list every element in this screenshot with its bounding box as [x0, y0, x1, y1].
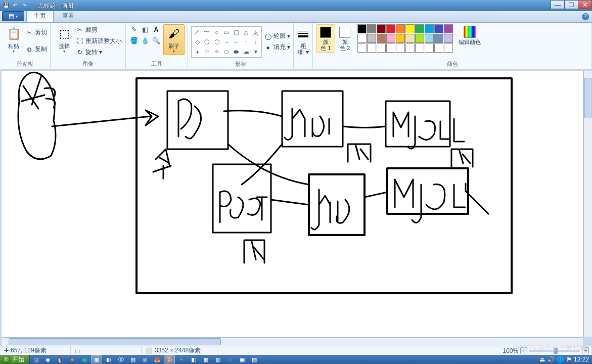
eraser-tool[interactable]: ◧ [140, 24, 150, 34]
paste-button[interactable]: 📋 粘贴 ▾ [3, 24, 24, 55]
fill-tool[interactable]: 🪣 [129, 35, 139, 46]
file-menu-button[interactable]: ▤ [2, 11, 24, 21]
svg-rect-5 [309, 174, 365, 235]
palette-swatch[interactable] [377, 43, 386, 53]
taskbar-icon[interactable]: m [224, 355, 236, 363]
taskbar-icon[interactable]: ◎ [140, 355, 151, 363]
palette-swatch[interactable] [377, 34, 386, 43]
taskbar-icon[interactable]: ◲ [30, 355, 41, 363]
palette-swatch[interactable] [386, 34, 395, 43]
edit-colors-button[interactable]: 编辑颜色 [456, 24, 483, 47]
taskbar-icon[interactable]: ▥ [212, 355, 223, 363]
maximize-button[interactable]: ☐ [564, 0, 578, 9]
horizontal-scrollbar[interactable] [2, 337, 583, 346]
picker-tool[interactable]: 💧 [140, 35, 150, 46]
save-icon[interactable]: 💾 [2, 1, 10, 9]
taskbar-icon[interactable]: ● [67, 355, 78, 363]
taskbar-icon[interactable]: ⓔ [115, 355, 126, 363]
windows-orb-icon [3, 356, 10, 363]
palette-swatch[interactable] [405, 24, 415, 33]
taskbar-icon[interactable]: 🦊 [152, 355, 163, 363]
scrollbar-thumb-h[interactable] [9, 338, 221, 345]
canvas[interactable] [2, 71, 583, 337]
status-selection: ⬚ [71, 346, 142, 355]
copy-button[interactable]: ⧉复制 [25, 44, 47, 55]
palette-swatch[interactable] [425, 24, 434, 33]
palette-swatch[interactable] [357, 34, 367, 43]
tray-icon[interactable]: 🌐 [557, 356, 564, 363]
palette-swatch[interactable] [396, 43, 405, 53]
palette-swatch[interactable] [386, 43, 395, 53]
color1-button[interactable]: 颜 色 1 [316, 24, 335, 53]
selection-icon: ⬚ [75, 347, 80, 354]
palette-swatch[interactable] [396, 34, 405, 43]
palette-swatch[interactable] [396, 24, 405, 33]
quick-access-toolbar: 💾 ↶ ↷ [2, 1, 28, 9]
taskbar-icon[interactable]: ◐ [103, 355, 114, 363]
palette-swatch[interactable] [405, 43, 415, 53]
fillshape-icon: ● [264, 43, 272, 52]
tray-icon[interactable]: ⏏ [539, 356, 545, 363]
fill-button[interactable]: ●填充 ▾ [264, 42, 290, 53]
palette-swatch[interactable] [357, 24, 367, 33]
palette-swatch[interactable] [444, 43, 453, 53]
palette-swatch[interactable] [367, 34, 376, 43]
scrollbar-thumb-v[interactable] [584, 78, 591, 118]
start-button[interactable]: 开始 [0, 355, 30, 364]
redo-icon[interactable]: ↷ [20, 1, 28, 9]
palette-swatch[interactable] [444, 34, 453, 43]
brush-button[interactable]: 🖌 刷子 ▾ [163, 24, 185, 55]
palette-swatch[interactable] [415, 34, 424, 43]
taskbar-icon[interactable]: ▤ [249, 355, 260, 363]
outline-button[interactable]: ◯轮廓 ▾ [264, 31, 290, 42]
resize-button[interactable]: ⛶重新调整大小 [76, 35, 122, 47]
pencil-tool[interactable]: ✎ [129, 24, 139, 34]
palette-swatch[interactable] [377, 24, 386, 33]
palette-swatch[interactable] [415, 24, 424, 33]
taskbar-icon[interactable]: ◉ [42, 355, 54, 363]
vertical-scrollbar[interactable] [583, 71, 592, 337]
taskbar-icon[interactable]: ▦ [91, 355, 102, 363]
palette-swatch[interactable] [425, 34, 434, 43]
select-button[interactable]: ⬚ 选择 ▾ [54, 24, 75, 55]
color2-button[interactable]: 颜 色 2 [335, 24, 354, 53]
palette-swatch[interactable] [386, 24, 395, 33]
taskbar-icon[interactable]: ▣ [79, 355, 90, 363]
rotate-button[interactable]: ↻旋转 ▾ [76, 47, 122, 58]
tray-clock[interactable]: 13:22 [574, 356, 589, 363]
close-button[interactable]: ✕ [578, 0, 592, 9]
rotate-icon: ↻ [76, 48, 84, 56]
taskbar-icon[interactable]: ▤ [127, 355, 139, 363]
system-tray[interactable]: ⏏ 🔊 🌐 ⚑ 13:22 [538, 356, 590, 363]
taskbar-icon[interactable]: ◧ [188, 355, 199, 363]
undo-icon[interactable]: ↶ [11, 1, 19, 9]
palette-swatch[interactable] [425, 43, 434, 53]
palette-swatch[interactable] [367, 24, 376, 33]
palette-swatch[interactable] [434, 34, 443, 43]
tray-icon[interactable]: ⚑ [566, 356, 572, 363]
shapes-gallery[interactable]: ／〜○▭▢△◬ ◇⬠⬡→←↑↓ ⬧☆✧⬭⬬☁▾ [191, 26, 262, 58]
palette-swatch[interactable] [434, 24, 443, 33]
text-tool[interactable]: A [151, 24, 161, 34]
colors-label: 颜色 [316, 59, 588, 68]
palette-swatch[interactable] [415, 43, 424, 53]
taskbar-icon[interactable]: H [176, 355, 187, 363]
palette-swatch[interactable] [405, 34, 415, 43]
taskbar-icon[interactable]: ▣ [237, 355, 248, 363]
palette-swatch[interactable] [444, 24, 453, 33]
palette-swatch[interactable] [367, 43, 376, 53]
cut-button[interactable]: ✂剪切 [25, 27, 47, 38]
color-palette[interactable] [357, 24, 453, 53]
crop-button[interactable]: ✂裁剪 [76, 24, 122, 35]
taskbar-icon[interactable]: ▦ [200, 355, 211, 363]
help-icon[interactable]: ? [582, 13, 589, 20]
taskbar-icon[interactable]: 🐧 [55, 355, 66, 363]
group-tools: ✎ ◧ A 🪣 💧 🔍 🖌 刷子 ▾ 工具 [126, 23, 188, 69]
palette-swatch[interactable] [434, 43, 443, 53]
zoom-tool[interactable]: 🔍 [151, 35, 161, 46]
taskbar-paint-icon[interactable]: 🎨 [164, 355, 175, 363]
size-button[interactable]: 粗细 ▾ [294, 24, 313, 57]
palette-swatch[interactable] [357, 43, 367, 53]
tray-icon[interactable]: 🔊 [547, 356, 555, 363]
minimize-button[interactable]: — [551, 0, 565, 9]
